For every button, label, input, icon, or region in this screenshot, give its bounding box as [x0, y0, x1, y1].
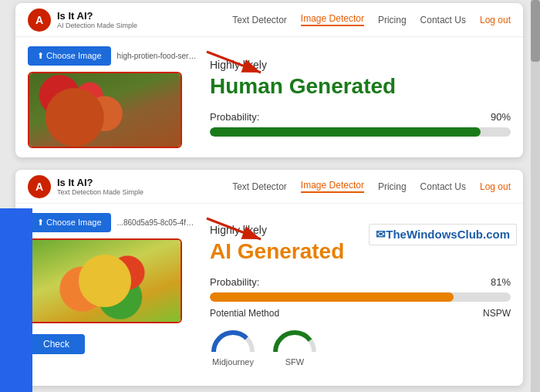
midjourney-label: Midjourney — [212, 357, 254, 367]
methods-section: Potential Method NSPW Midjourney — [210, 308, 511, 367]
nav-contact-1[interactable]: Contact Us — [420, 15, 466, 25]
progress-fill-1 — [210, 127, 481, 137]
progress-fill-2 — [210, 292, 454, 302]
card-1: A Is It AI? AI Detection Made Simple Tex… — [15, 3, 523, 157]
nav-logout-2[interactable]: Log out — [480, 181, 511, 192]
right-section-1: Highly likely Human Generated Probabilit… — [210, 46, 511, 148]
food-scene-2 — [29, 240, 181, 322]
nav-pricing-1[interactable]: Pricing — [378, 15, 407, 25]
filename-1: high-protien-food-served-on-a-plate.jpg — [117, 52, 197, 60]
methods-row: Midjourney SFW — [210, 325, 511, 367]
probability-section-1: Probability: 90% — [210, 111, 511, 137]
left-sidebar-bar — [0, 208, 32, 392]
food-image-1 — [28, 72, 182, 148]
logo-title-1: Is It AI? — [57, 10, 137, 22]
prob-value-1: 90% — [491, 111, 511, 123]
nav-contact-2[interactable]: Contact Us — [420, 181, 466, 192]
logo-subtitle-2: Text Detection Made Simple — [57, 188, 143, 196]
navbar-2: A Is It AI? Text Detection Made Simple T… — [15, 170, 523, 204]
card-body-1: ⬆ Choose Image high-protien-food-served-… — [15, 37, 523, 157]
watermark: ✉TheWindowsClub.com — [369, 224, 517, 245]
gauge-midjourney — [210, 325, 256, 354]
card-2: A Is It AI? Text Detection Made Simple T… — [15, 170, 523, 386]
choose-image-btn-2[interactable]: ⬆ Choose Image — [28, 213, 111, 232]
check-btn[interactable]: Check — [28, 334, 85, 354]
nav-image-detector-1[interactable]: Image Detector — [301, 13, 364, 26]
progress-bar-1 — [210, 127, 511, 137]
result-title-1: Human Generated — [210, 74, 511, 99]
filename-2: ...860d5a95-8c05-4f34-97d7-b5239716c6a7.… — [117, 218, 197, 227]
left-section-1: ⬆ Choose Image high-protien-food-served-… — [28, 46, 197, 148]
logo-title-2: Is It AI? — [57, 177, 143, 188]
navbar-1: A Is It AI? AI Detection Made Simple Tex… — [15, 3, 523, 37]
sfw-label: SFW — [285, 357, 304, 367]
choose-image-btn-1[interactable]: ⬆ Choose Image — [28, 46, 111, 66]
prob-label-1: Probability: — [210, 111, 272, 123]
food-image-2 — [28, 238, 182, 323]
likelihood-1: Highly likely — [210, 59, 511, 71]
potential-method-label: Potential Method — [210, 308, 279, 319]
nav-text-detector-2[interactable]: Text Detector — [232, 181, 287, 192]
progress-bar-2 — [210, 292, 511, 302]
nav-links-1: Text Detector Image Detector Pricing Con… — [232, 13, 511, 26]
scrollbar-thumb[interactable] — [531, 0, 540, 62]
watermark-text: TheWindowsClub.com — [386, 228, 510, 241]
nav-logout-1[interactable]: Log out — [480, 15, 511, 25]
upload-row-1: ⬆ Choose Image high-protien-food-served-… — [28, 46, 197, 66]
nav-links-2: Text Detector Image Detector Pricing Con… — [232, 180, 511, 193]
nav-pricing-2[interactable]: Pricing — [378, 181, 407, 192]
nav-image-detector-2[interactable]: Image Detector — [301, 180, 364, 193]
nsfw-label: NSPW — [483, 308, 511, 319]
prob-label-2: Probability: — [210, 276, 272, 288]
logo-area-2: A Is It AI? Text Detection Made Simple — [28, 175, 143, 198]
left-section-2: ⬆ Choose Image ...860d5a95-8c05-4f34-97d… — [28, 213, 197, 377]
watermark-envelope-icon: ✉ — [376, 228, 386, 241]
method-midjourney: Midjourney — [210, 325, 256, 367]
logo-icon-2: A — [28, 175, 51, 198]
nav-text-detector-1[interactable]: Text Detector — [232, 15, 287, 25]
logo-area-1: A Is It AI? AI Detection Made Simple — [28, 8, 137, 32]
food-scene-1 — [29, 73, 181, 147]
gauge-sfw — [272, 325, 318, 354]
prob-value-2: 81% — [491, 276, 511, 288]
method-sfw: SFW — [272, 325, 318, 367]
scrollbar[interactable] — [531, 0, 540, 392]
upload-row-2: ⬆ Choose Image ...860d5a95-8c05-4f34-97d… — [28, 213, 197, 232]
logo-subtitle-1: AI Detection Made Simple — [57, 22, 137, 29]
logo-icon-1: A — [28, 8, 51, 32]
probability-section-2: Probability: 81% — [210, 276, 511, 302]
